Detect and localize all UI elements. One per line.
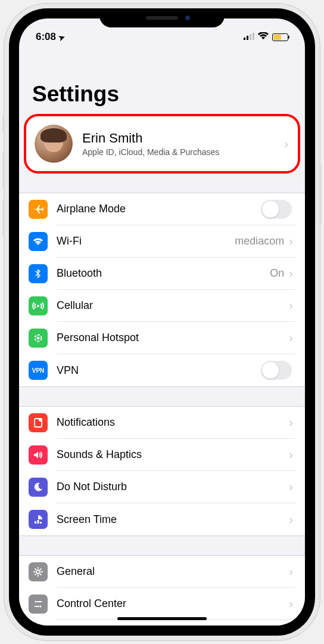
volume-up-button[interactable] <box>2 153 5 190</box>
apple-id-row[interactable]: Erin Smith Apple ID, iCloud, Media & Pur… <box>24 114 300 174</box>
row-label: Sounds & Haptics <box>57 448 289 461</box>
battery-icon <box>272 33 288 41</box>
settings-row-hotspot[interactable]: Personal Hotspot› <box>19 322 305 354</box>
chevron-right-icon: › <box>289 331 293 345</box>
svg-rect-2 <box>250 34 251 40</box>
svg-point-14 <box>40 606 42 608</box>
settings-row-cellular[interactable]: Cellular› <box>19 290 305 322</box>
home-indicator[interactable] <box>117 617 207 620</box>
row-value: On <box>270 267 284 280</box>
avatar <box>35 125 73 163</box>
wifi-icon <box>29 232 48 251</box>
row-label: Personal Hotspot <box>57 332 289 344</box>
settings-row-notifications[interactable]: Notifications› <box>19 407 305 439</box>
settings-row-screentime[interactable]: Screen Time› <box>19 503 305 535</box>
chevron-right-icon: › <box>289 597 293 611</box>
chevron-right-icon: › <box>289 448 293 462</box>
svg-point-13 <box>35 601 37 603</box>
chevron-right-icon: › <box>289 565 293 578</box>
location-icon: ➤ <box>57 32 66 42</box>
chevron-right-icon: › <box>284 137 288 151</box>
phone-frame: 6:08 ➤ Settings Erin Smit <box>4 4 320 640</box>
row-label: Notifications <box>57 416 289 429</box>
page-title: Settings <box>19 47 305 114</box>
row-label: Cellular <box>57 299 289 312</box>
notch <box>99 8 225 27</box>
screentime-icon <box>29 510 48 529</box>
row-label: Screen Time <box>57 513 289 526</box>
row-label: VPN <box>57 364 261 377</box>
screen: 6:08 ➤ Settings Erin Smit <box>19 18 305 626</box>
notifications-icon <box>29 413 48 432</box>
settings-row-airplane[interactable]: Airplane Mode <box>19 193 305 225</box>
svg-rect-11 <box>40 522 42 524</box>
svg-rect-1 <box>247 36 248 40</box>
chevron-right-icon: › <box>289 267 293 280</box>
vpn-icon: VPN <box>29 361 48 380</box>
volume-down-button[interactable] <box>2 200 5 237</box>
svg-rect-9 <box>35 521 36 524</box>
settings-row-controlcenter[interactable]: Control Center› <box>19 588 305 620</box>
settings-row-general[interactable]: General› <box>19 556 305 588</box>
chevron-right-icon: › <box>289 234 293 248</box>
dnd-icon <box>29 478 48 497</box>
settings-row-wifi[interactable]: Wi-Fimediacom› <box>19 225 305 258</box>
signal-icon <box>244 31 254 43</box>
row-label: Bluetooth <box>57 267 270 280</box>
status-time: 6:08 <box>36 31 56 43</box>
row-label: Do Not Disturb <box>57 481 289 493</box>
row-label: Wi-Fi <box>57 235 235 247</box>
settings-row-sounds[interactable]: Sounds & Haptics› <box>19 439 305 471</box>
general-icon <box>29 562 48 581</box>
hotspot-icon <box>29 329 48 348</box>
svg-point-5 <box>37 337 40 340</box>
settings-row-vpn[interactable]: VPNVPN <box>19 354 305 386</box>
bluetooth-icon <box>29 264 48 283</box>
svg-rect-10 <box>38 520 39 524</box>
connectivity-group: Airplane ModeWi-Fimediacom›BluetoothOn›C… <box>19 193 305 387</box>
chevron-right-icon: › <box>289 299 293 312</box>
profile-name: Erin Smith <box>82 131 284 146</box>
svg-point-8 <box>39 418 42 422</box>
row-label: Airplane Mode <box>57 203 261 215</box>
vpn-switch[interactable] <box>261 361 292 380</box>
settings-row-dnd[interactable]: Do Not Disturb› <box>19 471 305 503</box>
row-label: General <box>57 565 289 578</box>
svg-rect-0 <box>244 38 245 40</box>
notifications-group: Notifications›Sounds & Haptics›Do Not Di… <box>19 406 305 536</box>
wifi-icon <box>258 31 269 43</box>
general-group: General›Control Center›AADisplay & Brigh… <box>19 555 305 626</box>
chevron-right-icon: › <box>289 513 293 527</box>
phone-bezel: 6:08 ➤ Settings Erin Smit <box>9 8 315 636</box>
chevron-right-icon: › <box>289 480 293 494</box>
airplane-icon <box>29 200 48 219</box>
sounds-icon <box>29 445 48 465</box>
svg-point-4 <box>37 305 39 307</box>
chevron-right-icon: › <box>289 416 293 429</box>
airplane-switch[interactable] <box>261 200 292 219</box>
cellular-icon <box>29 296 48 315</box>
mute-switch[interactable] <box>2 114 5 133</box>
power-button[interactable] <box>319 165 322 224</box>
settings-row-display[interactable]: AADisplay & Brightness› <box>19 620 305 626</box>
row-label: Control Center <box>57 597 289 610</box>
settings-row-bluetooth[interactable]: BluetoothOn› <box>19 258 305 290</box>
profile-subtitle: Apple ID, iCloud, Media & Purchases <box>82 147 284 157</box>
controlcenter-icon <box>29 595 48 614</box>
svg-point-12 <box>36 570 40 574</box>
svg-rect-3 <box>253 33 254 40</box>
row-value: mediacom <box>235 235 284 247</box>
